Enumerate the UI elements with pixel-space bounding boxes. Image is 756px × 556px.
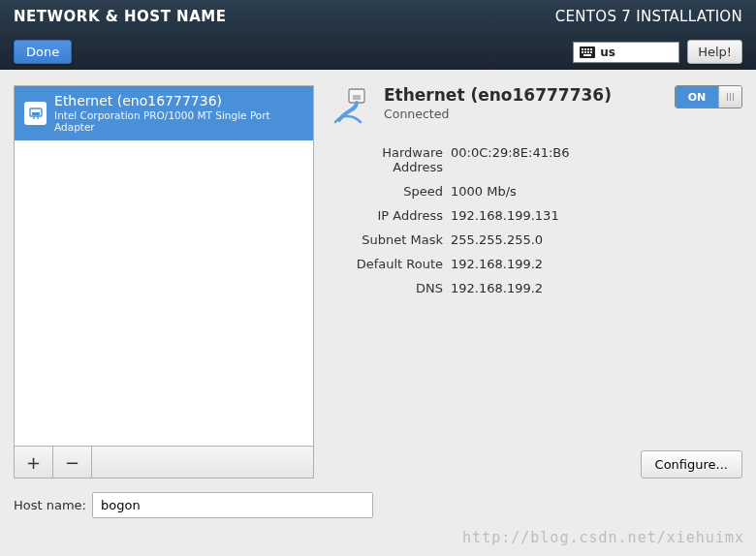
- interface-toggle[interactable]: ON III: [675, 85, 742, 108]
- help-button[interactable]: Help!: [687, 40, 742, 64]
- svg-rect-8: [590, 51, 592, 53]
- detail-value-hwaddr: 00:0C:29:8E:41:B6: [451, 145, 742, 174]
- interface-status: Connected: [384, 107, 612, 121]
- svg-rect-11: [32, 112, 40, 115]
- detail-label-subnet: Subnet Mask: [331, 232, 443, 247]
- detail-value-route: 192.168.199.2: [451, 257, 742, 271]
- configure-button[interactable]: Configure...: [641, 450, 742, 479]
- detail-label-dns: DNS: [331, 281, 443, 295]
- add-device-button[interactable]: +: [15, 447, 53, 478]
- interface-details: Hardware Address 00:0C:29:8E:41:B6 Speed…: [331, 145, 742, 295]
- detail-label-hwaddr: Hardware Address: [331, 145, 443, 174]
- hostname-input[interactable]: [92, 492, 373, 518]
- svg-rect-1: [582, 48, 583, 50]
- keyboard-layout-label: us: [600, 46, 615, 59]
- page-title: NETWORK & HOST NAME: [14, 8, 226, 25]
- hostname-label: Host name:: [14, 498, 86, 512]
- ethernet-icon: [24, 102, 47, 125]
- detail-label-route: Default Route: [331, 257, 443, 271]
- interface-header-left: Ethernet (eno16777736) Connected: [331, 85, 612, 128]
- hostname-row: Host name:: [0, 486, 756, 532]
- ethernet-large-icon: [331, 85, 374, 128]
- interface-header: Ethernet (eno16777736) Connected ON III: [331, 85, 742, 128]
- detail-value-dns: 192.168.199.2: [451, 281, 742, 295]
- svg-rect-6: [584, 51, 586, 53]
- svg-rect-4: [590, 48, 592, 50]
- device-text: Ethernet (eno16777736) Intel Corporation…: [54, 93, 303, 134]
- device-list[interactable]: Ethernet (eno16777736) Intel Corporation…: [14, 85, 314, 447]
- toggle-handle: III: [718, 86, 741, 108]
- svg-rect-7: [587, 51, 589, 53]
- installer-title: CENTOS 7 INSTALLATION: [555, 8, 742, 25]
- svg-rect-5: [582, 51, 583, 53]
- device-panel: Ethernet (eno16777736) Intel Corporation…: [14, 85, 314, 479]
- keyboard-icon: [580, 46, 595, 58]
- main-body: Ethernet (eno16777736) Intel Corporation…: [0, 70, 756, 486]
- configure-row: Configure...: [331, 450, 742, 479]
- device-subtitle: Intel Corporation PRO/1000 MT Single Por…: [54, 109, 303, 134]
- interface-panel: Ethernet (eno16777736) Connected ON III …: [331, 85, 742, 479]
- svg-rect-3: [587, 48, 589, 50]
- interface-title-block: Ethernet (eno16777736) Connected: [384, 85, 612, 121]
- detail-value-ip: 192.168.199.131: [451, 208, 742, 223]
- detail-value-speed: 1000 Mb/s: [451, 184, 742, 199]
- detail-label-speed: Speed: [331, 184, 443, 199]
- device-list-buttons: + −: [14, 447, 314, 479]
- installer-header: NETWORK & HOST NAME CENTOS 7 INSTALLATIO…: [0, 0, 756, 70]
- detail-value-subnet: 255.255.255.0: [451, 232, 742, 247]
- done-button[interactable]: Done: [14, 40, 72, 64]
- detail-label-ip: IP Address: [331, 208, 443, 223]
- svg-rect-2: [584, 48, 586, 50]
- header-right-controls: us Help!: [573, 40, 742, 64]
- keyboard-layout-indicator[interactable]: us: [573, 42, 679, 63]
- header-bottom: Done us Help!: [14, 40, 742, 64]
- header-top: NETWORK & HOST NAME CENTOS 7 INSTALLATIO…: [14, 8, 742, 25]
- device-title: Ethernet (eno16777736): [54, 93, 303, 109]
- toggle-on-label: ON: [676, 86, 718, 108]
- remove-device-button[interactable]: −: [53, 447, 92, 478]
- device-list-item[interactable]: Ethernet (eno16777736) Intel Corporation…: [15, 86, 313, 140]
- svg-rect-9: [583, 54, 591, 56]
- svg-rect-13: [353, 95, 361, 100]
- interface-title: Ethernet (eno16777736): [384, 85, 612, 105]
